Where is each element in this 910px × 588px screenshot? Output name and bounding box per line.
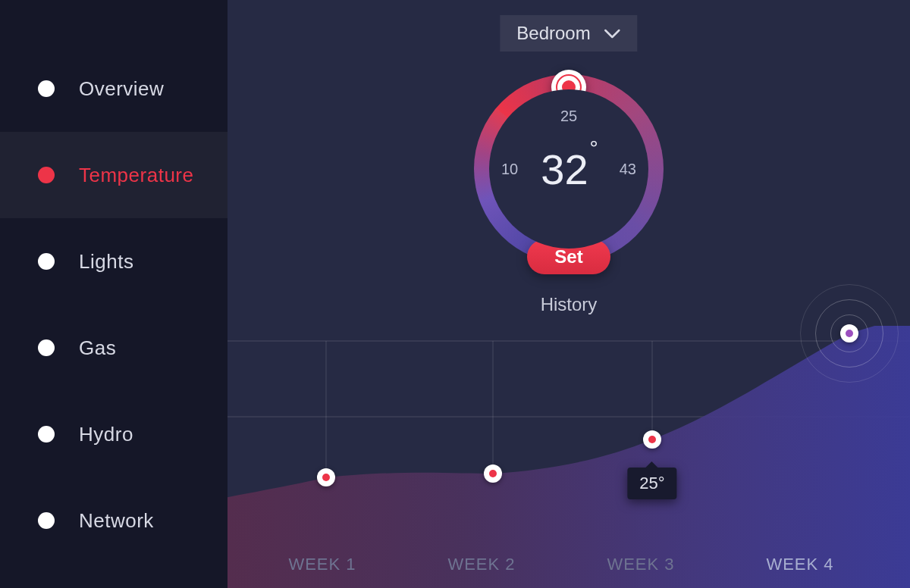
bullet-icon: [38, 80, 55, 97]
bullet-icon: [38, 253, 55, 270]
sidebar: Overview Temperature Lights Gas Hydro Ne…: [0, 0, 228, 588]
chart-point-week1[interactable]: [317, 468, 335, 486]
chart-x-labels: WEEK 1 WEEK 2 WEEK 3 WEEK 4: [228, 555, 910, 574]
history-chart: 25° WEEK 1 WEEK 2 WEEK 3 WEEK 4: [228, 326, 910, 588]
dial-value-left: 10: [501, 161, 518, 178]
chart-xlabel: WEEK 3: [607, 555, 674, 574]
dial-value-right: 43: [620, 161, 636, 178]
chart-point-week4[interactable]: [840, 324, 858, 342]
sidebar-item-temperature[interactable]: Temperature: [0, 132, 228, 218]
sidebar-item-label: Lights: [79, 250, 133, 274]
chart-xlabel: WEEK 1: [288, 555, 356, 574]
room-dropdown[interactable]: Bedroom: [500, 15, 637, 52]
sidebar-item-label: Overview: [79, 77, 164, 101]
bullet-icon: [38, 426, 55, 443]
chart-tooltip: 25°: [627, 468, 676, 499]
bullet-icon: [38, 339, 55, 356]
chart-xlabel: WEEK 2: [447, 555, 515, 574]
bullet-icon: [38, 512, 55, 529]
sidebar-item-label: Gas: [79, 336, 116, 360]
sidebar-item-hydro[interactable]: Hydro: [0, 391, 228, 477]
dial-handle[interactable]: [551, 70, 586, 105]
main-panel: Bedroom Set 25 10 43 32°: [228, 0, 910, 588]
dial-center: 32°: [541, 145, 597, 194]
sidebar-item-overview[interactable]: Overview: [0, 45, 228, 132]
chevron-down-icon: [604, 23, 621, 44]
sidebar-item-network[interactable]: Network: [0, 477, 228, 564]
history-heading: History: [541, 294, 598, 315]
dial-value-top: 25: [560, 108, 577, 125]
sidebar-item-label: Hydro: [79, 423, 133, 446]
chart-point-week3[interactable]: [643, 430, 661, 449]
chart-xlabel: WEEK 4: [766, 555, 833, 574]
chart-point-week2[interactable]: [484, 464, 502, 483]
room-dropdown-label: Bedroom: [516, 23, 590, 44]
set-button[interactable]: Set: [527, 239, 610, 274]
sidebar-item-label: Temperature: [79, 164, 193, 187]
degree-icon: °: [590, 136, 598, 160]
dial-center-value: 32: [541, 145, 588, 193]
sidebar-item-lights[interactable]: Lights: [0, 218, 228, 305]
sidebar-item-label: Network: [79, 509, 154, 533]
chart-tooltip-value: 25°: [639, 474, 664, 493]
temperature-dial[interactable]: Set 25 10 43 32°: [459, 59, 679, 279]
bullet-icon: [38, 167, 55, 183]
sidebar-item-gas[interactable]: Gas: [0, 305, 228, 391]
